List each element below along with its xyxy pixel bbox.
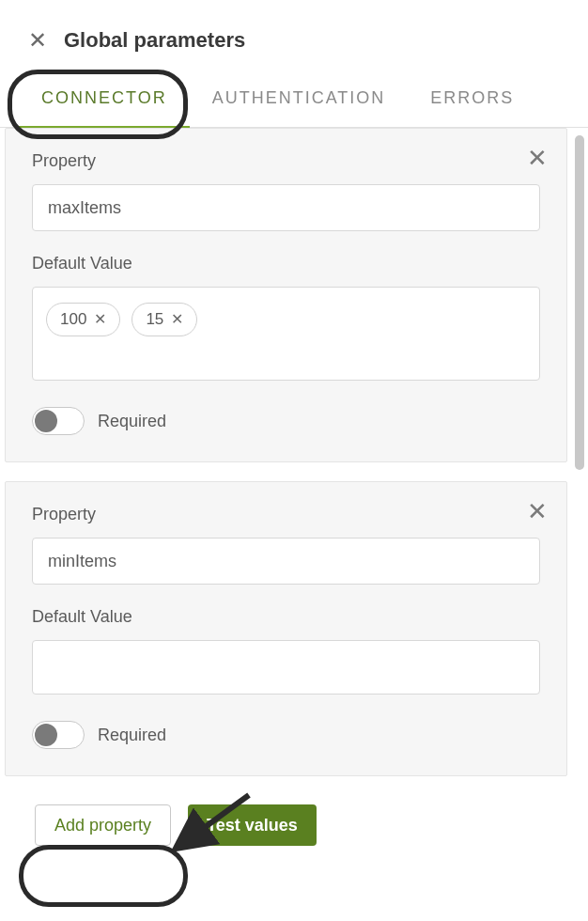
tab-authentication[interactable]: AUTHENTICATION [190, 71, 409, 127]
panel-title: Global parameters [64, 28, 245, 53]
close-icon[interactable]: ✕ [28, 29, 47, 52]
toggle-knob [35, 724, 57, 746]
required-label: Required [98, 412, 166, 431]
required-row: Required [32, 407, 540, 435]
default-value-label: Default Value [32, 254, 540, 273]
default-value-label: Default Value [32, 607, 540, 627]
value-chip: 15 ✕ [132, 303, 197, 336]
chip-text: 15 [146, 310, 163, 329]
default-value-input[interactable]: 100 ✕ 15 ✕ [32, 287, 540, 381]
tab-bar: CONNECTOR AUTHENTICATION ERRORS [0, 71, 588, 128]
property-name-input[interactable] [32, 538, 540, 585]
scrollbar-thumb[interactable] [575, 135, 584, 470]
required-toggle[interactable] [32, 407, 85, 435]
chip-remove-icon[interactable]: ✕ [171, 312, 183, 327]
property-block: ✕ Property Default Value Required [5, 481, 567, 776]
required-label: Required [98, 726, 166, 745]
test-values-button[interactable]: Test values [188, 804, 317, 846]
tab-errors[interactable]: ERRORS [408, 71, 536, 127]
property-name-input[interactable] [32, 184, 540, 231]
chip-text: 100 [60, 310, 86, 329]
default-value-input[interactable] [32, 640, 540, 695]
scrollbar[interactable] [575, 135, 584, 838]
required-toggle[interactable] [32, 721, 85, 749]
footer-actions: Add property Test values [5, 795, 567, 846]
panel-header: ✕ Global parameters [0, 0, 588, 71]
remove-property-icon[interactable]: ✕ [527, 499, 548, 523]
property-label: Property [32, 151, 540, 171]
value-chip: 100 ✕ [46, 303, 120, 336]
tab-connector[interactable]: CONNECTOR [19, 71, 190, 127]
property-block: ✕ Property Default Value 100 ✕ 15 ✕ [5, 128, 567, 462]
add-property-button[interactable]: Add property [35, 804, 171, 846]
property-label: Property [32, 505, 540, 524]
chip-remove-icon[interactable]: ✕ [94, 312, 106, 327]
remove-property-icon[interactable]: ✕ [527, 146, 548, 170]
required-row: Required [32, 721, 540, 749]
toggle-knob [35, 410, 57, 432]
